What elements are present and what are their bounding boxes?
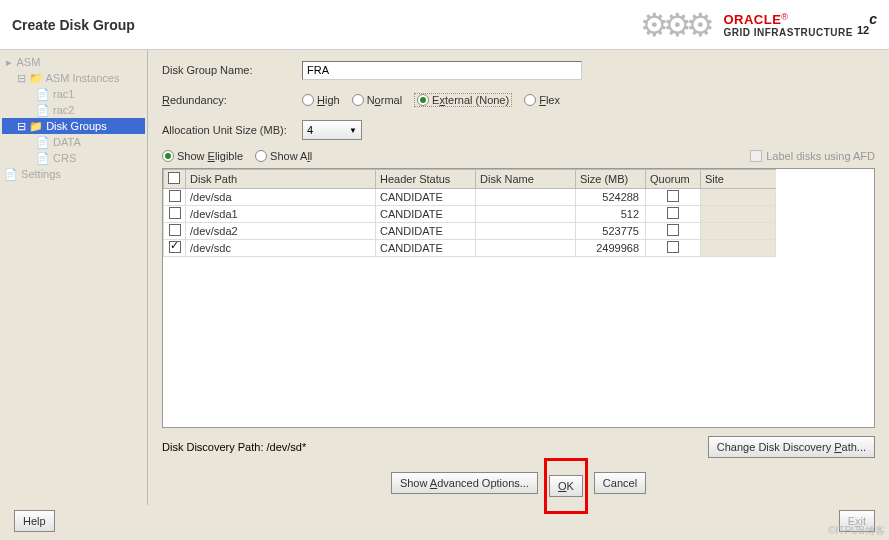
cell-site xyxy=(701,206,776,223)
sidebar-item-data[interactable]: 📄 DATA xyxy=(2,134,145,150)
ok-button[interactable]: OK xyxy=(549,475,583,497)
cell-path: /dev/sdc xyxy=(186,240,376,257)
content-pane: Disk Group Name: Redundancy: High Normal… xyxy=(148,50,889,505)
alloc-label: Allocation Unit Size (MB): xyxy=(162,124,302,136)
col-quorum[interactable]: Quorum xyxy=(646,170,701,189)
page-title: Create Disk Group xyxy=(12,17,135,33)
row-checkbox[interactable] xyxy=(169,207,181,219)
cell-name xyxy=(476,189,576,206)
alloc-select[interactable]: 4▼ xyxy=(302,120,362,140)
row-checkbox[interactable] xyxy=(169,224,181,236)
disk-group-name-label: Disk Group Name: xyxy=(162,64,302,76)
ok-highlight: OK xyxy=(544,458,588,514)
sidebar-item-asm[interactable]: ▸ ASM xyxy=(2,54,145,70)
col-path[interactable]: Disk Path xyxy=(186,170,376,189)
redundancy-label: Redundancy: xyxy=(162,94,302,106)
cell-size: 523775 xyxy=(576,223,646,240)
sidebar-item-settings[interactable]: 📄 Settings xyxy=(2,166,145,182)
sidebar-item-instances[interactable]: ⊟ 📁 ASM Instances xyxy=(2,70,145,86)
cell-site xyxy=(701,223,776,240)
table-row[interactable]: /dev/sda2 CANDIDATE 523775 xyxy=(164,223,874,240)
watermark: ©ITPUB博客 xyxy=(828,524,885,538)
show-eligible-radio[interactable]: Show Eligible xyxy=(162,150,243,162)
row-checkbox[interactable] xyxy=(169,241,181,253)
quorum-checkbox[interactable] xyxy=(667,190,679,202)
redundancy-flex[interactable]: Flex xyxy=(524,94,560,106)
col-site[interactable]: Site xyxy=(701,170,776,189)
cell-size: 524288 xyxy=(576,189,646,206)
cell-site xyxy=(701,240,776,257)
cell-name xyxy=(476,240,576,257)
oracle-sub: GRID INFRASTRUCTURE xyxy=(723,27,853,38)
sidebar-item-diskgroups[interactable]: ⊟ 📁 Disk Groups xyxy=(2,118,145,134)
table-row[interactable]: /dev/sdc CANDIDATE 2499968 xyxy=(164,240,874,257)
header: Create Disk Group ⚙⚙⚙ ORACLE® GRID INFRA… xyxy=(0,0,889,50)
advanced-options-button[interactable]: Show Advanced Options... xyxy=(391,472,538,494)
table-row[interactable]: /dev/sda1 CANDIDATE 512 xyxy=(164,206,874,223)
disk-group-name-input[interactable] xyxy=(302,61,582,80)
oracle-brand: ORACLE xyxy=(723,12,781,27)
cell-site xyxy=(701,189,776,206)
show-all-radio[interactable]: Show All xyxy=(255,150,312,162)
afd-checkbox: Label disks using AFD xyxy=(750,150,875,162)
chevron-down-icon: ▼ xyxy=(349,126,357,135)
quorum-checkbox[interactable] xyxy=(667,207,679,219)
gears-icon: ⚙⚙⚙ xyxy=(640,6,709,44)
quorum-checkbox[interactable] xyxy=(667,241,679,253)
cell-path: /dev/sda1 xyxy=(186,206,376,223)
row-checkbox[interactable] xyxy=(169,190,181,202)
cell-status: CANDIDATE xyxy=(376,189,476,206)
cell-name xyxy=(476,223,576,240)
logo-area: ⚙⚙⚙ ORACLE® GRID INFRASTRUCTURE 12c xyxy=(640,6,877,44)
help-button[interactable]: Help xyxy=(14,510,55,532)
redundancy-external[interactable]: External (None) xyxy=(414,93,512,107)
table-row[interactable]: /dev/sda CANDIDATE 524288 xyxy=(164,189,874,206)
cell-status: CANDIDATE xyxy=(376,240,476,257)
cell-status: CANDIDATE xyxy=(376,206,476,223)
quorum-checkbox[interactable] xyxy=(667,224,679,236)
cancel-button[interactable]: Cancel xyxy=(594,472,646,494)
col-status[interactable]: Header Status xyxy=(376,170,476,189)
sidebar-item-crs[interactable]: 📄 CRS xyxy=(2,150,145,166)
discovery-path-label: Disk Discovery Path: /dev/sd* xyxy=(162,441,306,453)
cell-path: /dev/sda xyxy=(186,189,376,206)
cell-status: CANDIDATE xyxy=(376,223,476,240)
redundancy-normal[interactable]: Normal xyxy=(352,94,402,106)
sidebar-item-rac2[interactable]: 📄 rac2 xyxy=(2,102,145,118)
cell-size: 2499968 xyxy=(576,240,646,257)
cell-path: /dev/sda2 xyxy=(186,223,376,240)
cell-name xyxy=(476,206,576,223)
version: 12c xyxy=(857,9,877,41)
disk-table: Disk Path Header Status Disk Name Size (… xyxy=(162,168,875,428)
cell-size: 512 xyxy=(576,206,646,223)
col-size[interactable]: Size (MB) xyxy=(576,170,646,189)
sidebar-item-rac1[interactable]: 📄 rac1 xyxy=(2,86,145,102)
col-name[interactable]: Disk Name xyxy=(476,170,576,189)
sidebar: ▸ ASM ⊟ 📁 ASM Instances 📄 rac1 📄 rac2 ⊟ … xyxy=(0,50,148,505)
change-discovery-button[interactable]: Change Disk Discovery Path... xyxy=(708,436,875,458)
redundancy-high[interactable]: High xyxy=(302,94,340,106)
col-check[interactable] xyxy=(164,170,186,189)
